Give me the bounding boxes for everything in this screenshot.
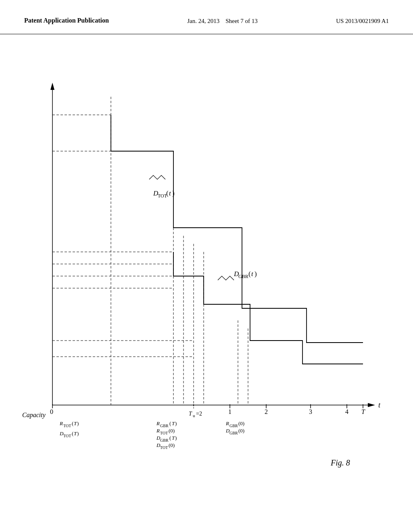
svg-text:GBR: GBR	[229, 431, 238, 435]
svg-text:T: T	[172, 420, 175, 426]
svg-text:3: 3	[309, 408, 312, 415]
svg-text:(: (	[169, 435, 171, 441]
svg-text:R: R	[225, 420, 229, 426]
svg-text:(: (	[72, 430, 73, 436]
svg-text:(0): (0)	[238, 428, 244, 434]
svg-text:TOT: TOT	[63, 424, 71, 428]
svg-text:=2: =2	[196, 411, 202, 417]
svg-text:u: u	[193, 413, 195, 418]
svg-text:): )	[172, 189, 175, 197]
svg-text:GBR: GBR	[238, 274, 248, 279]
svg-text:(0): (0)	[169, 442, 175, 448]
svg-text:): )	[77, 420, 79, 426]
svg-text:T: T	[74, 420, 77, 426]
svg-text:(: (	[166, 189, 169, 197]
svg-text:(: (	[169, 420, 171, 426]
diagram-area: Capacity t 0 T u =2 1 2 3 4 T	[0, 38, 413, 502]
svg-text:TOT: TOT	[160, 431, 168, 435]
svg-text:TOT: TOT	[63, 434, 71, 438]
svg-text:0: 0	[50, 408, 53, 415]
svg-text:GBR: GBR	[160, 424, 169, 428]
svg-text:(: (	[248, 270, 251, 278]
svg-text:): )	[254, 270, 257, 278]
svg-text:R: R	[156, 428, 160, 434]
svg-text:TOT: TOT	[160, 445, 168, 450]
svg-text:1: 1	[228, 408, 232, 415]
svg-text:Fig. 8: Fig. 8	[330, 458, 350, 468]
svg-text:t: t	[169, 189, 171, 197]
svg-text:(0): (0)	[169, 428, 175, 434]
svg-text:T: T	[189, 411, 192, 417]
patent-number-label: US 2013/0021909 A1	[336, 16, 389, 26]
svg-text:T: T	[172, 435, 175, 441]
svg-text:T: T	[74, 430, 77, 436]
svg-text:t: t	[378, 401, 381, 409]
svg-text:(0): (0)	[238, 420, 244, 426]
figure-8-svg: Capacity t 0 T u =2 1 2 3 4 T	[0, 38, 413, 502]
svg-text:): )	[175, 420, 177, 426]
svg-text:): )	[77, 430, 79, 436]
svg-text:): )	[175, 435, 177, 441]
svg-marker-3	[368, 403, 375, 407]
svg-text:(: (	[72, 420, 73, 426]
svg-text:R: R	[59, 420, 63, 426]
page-header: Patent Application Publication Jan. 24, …	[0, 0, 413, 34]
svg-text:GBR: GBR	[229, 424, 238, 428]
svg-text:4: 4	[345, 408, 348, 415]
svg-text:Capacity: Capacity	[22, 411, 46, 419]
svg-text:R: R	[156, 420, 160, 426]
svg-text:GBR: GBR	[160, 438, 169, 443]
svg-text:2: 2	[265, 408, 268, 415]
svg-text:T: T	[361, 408, 365, 415]
svg-marker-1	[50, 83, 54, 90]
svg-text:t: t	[251, 270, 254, 278]
date-sheet-label: Jan. 24, 2013 Sheet 7 of 13	[187, 16, 258, 26]
publication-label: Patent Application Publication	[24, 16, 109, 25]
